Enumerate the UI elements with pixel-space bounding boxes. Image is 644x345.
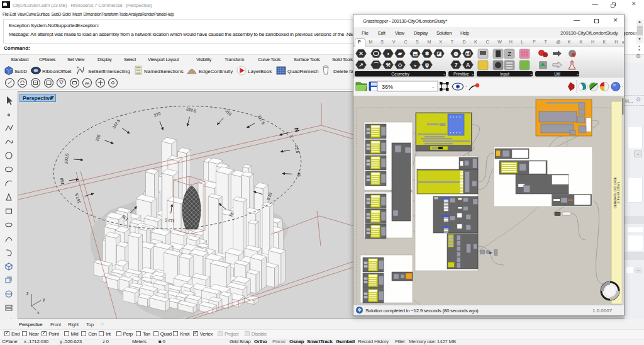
svg-text:⌄: ⌄ [431, 84, 435, 89]
svg-text:·: · [465, 84, 467, 89]
svg-text:❄: ❄ [425, 50, 429, 57]
svg-text:247.5: 247.5 [111, 118, 121, 130]
svg-text:ψ: ψ [425, 62, 429, 68]
svg-text:◗: ◗ [386, 50, 389, 57]
svg-text:157.5: 157.5 [74, 193, 82, 204]
svg-text:7: 7 [455, 62, 458, 68]
svg-text:◍: ◍ [453, 50, 458, 57]
svg-text:SelSelfIntersecting: SelSelfIntersecting [88, 69, 130, 74]
svg-text:LayerBook: LayerBook [248, 69, 272, 74]
svg-text:+: + [472, 72, 474, 76]
svg-text:180: 180 [59, 178, 64, 185]
svg-text:N: N [293, 127, 301, 132]
svg-text:⚒: ⚒ [386, 62, 391, 68]
svg-text:x: x [37, 310, 40, 315]
svg-text:315: 315 [225, 108, 233, 116]
svg-text:36%: 36% [382, 84, 393, 90]
svg-text:Input: Input [500, 72, 509, 77]
svg-text:◇: ◇ [397, 62, 402, 68]
svg-text:A: A [466, 62, 470, 68]
svg-text:Delete fa: Delete fa [333, 69, 354, 74]
svg-text:◒: ◒ [413, 62, 416, 68]
svg-text:202.5: 202.5 [64, 153, 69, 164]
svg-text:Geometry: Geometry [391, 72, 409, 77]
svg-text:Z: Z [508, 51, 511, 57]
svg-text:225: 225 [94, 133, 101, 142]
svg-text:+: + [530, 72, 533, 76]
svg-text:+: + [443, 72, 446, 76]
svg-text:Primitive: Primitive [453, 72, 469, 76]
svg-text:z: z [26, 291, 29, 295]
svg-text:22.5: 22.5 [294, 145, 300, 154]
svg-text:⬒: ⬒ [413, 50, 418, 57]
svg-text:QuadRemesh: QuadRemesh [287, 69, 318, 74]
svg-text:⌒: ⌒ [374, 62, 379, 68]
svg-text:337.5: 337.5 [257, 114, 265, 125]
svg-text:y: y [43, 297, 45, 302]
svg-text:·: · [622, 84, 623, 89]
svg-text:292.5: 292.5 [186, 106, 197, 113]
svg-text:RibbonOffset: RibbonOffset [42, 69, 72, 74]
svg-text:↗: ↗ [358, 62, 363, 68]
svg-text:▰: ▰ [397, 50, 402, 57]
svg-text:◪: ◪ [436, 50, 441, 57]
svg-text:270: 270 [153, 111, 161, 118]
svg-text:Util: Util [554, 72, 560, 76]
svg-text:+: + [577, 72, 579, 76]
svg-text:NamedSelections: NamedSelections [144, 69, 184, 74]
svg-text:⑪: ⑪ [465, 50, 471, 57]
svg-text:45: 45 [297, 172, 301, 177]
svg-text:✕: ✕ [358, 50, 363, 57]
svg-text:EdgeContinuity: EdgeContinuity [199, 69, 233, 74]
